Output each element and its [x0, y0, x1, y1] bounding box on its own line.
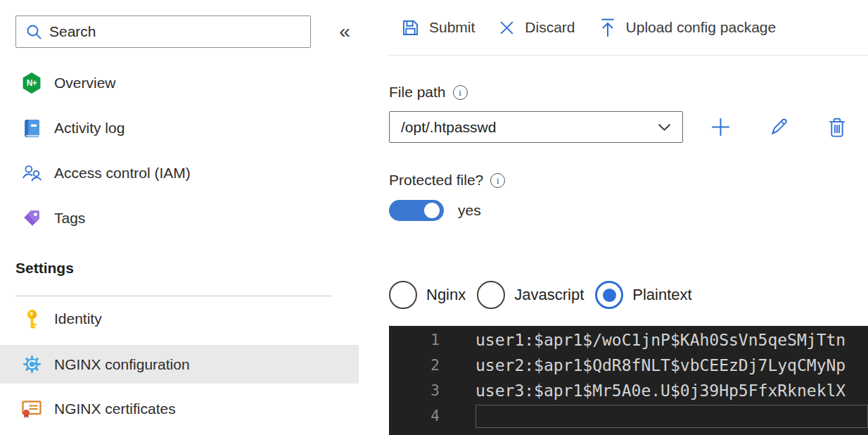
nginx-logo-icon: N+ [21, 72, 42, 94]
add-file-button[interactable] [708, 115, 733, 140]
nginx-configuration-panel: Submit Discard Upload config package Fil… [389, 0, 868, 435]
editor-line: 3 user3:$apr1$Mr5A0e.U$0j39Hp5FfxRkneklX [389, 378, 868, 403]
settings-section-header: Settings [0, 241, 359, 296]
file-path-actions [708, 115, 850, 140]
radio-circle [595, 281, 623, 309]
discard-button[interactable]: Discard [498, 19, 575, 37]
file-path-label-row: File path [389, 84, 468, 101]
radio-circle [477, 281, 505, 309]
command-bar: Submit Discard Upload config package [389, 0, 868, 56]
line-number: 3 [389, 382, 440, 399]
activity-log-icon [21, 118, 42, 139]
plus-icon [710, 116, 732, 138]
info-icon[interactable] [490, 173, 505, 188]
sidebar: « N+ Overview Activity log Access contro… [0, 0, 389, 435]
nginx-configuration-page: « N+ Overview Activity log Access contro… [0, 0, 868, 435]
sidebar-item-label: NGINX certificates [54, 401, 176, 417]
radio-nginx[interactable]: Nginx [389, 281, 466, 309]
editor-line: 2 user2:$apr1$QdR8fNLT$vbCEEzDj7LyqCMyNp [389, 353, 868, 378]
editor-cursor-box[interactable] [476, 405, 868, 428]
trash-icon [827, 117, 847, 138]
sidebar-item-label: Overview [54, 75, 116, 92]
search-input[interactable] [49, 23, 281, 40]
people-icon [21, 163, 42, 184]
sidebar-nav: N+ Overview Activity log Access control … [0, 61, 359, 431]
search-icon [26, 24, 42, 40]
code-line[interactable]: user1:$apr1$/woC1jnP$KAh0SsVn5qeSMjTtn [476, 331, 845, 349]
collapse-sidebar-button[interactable]: « [325, 17, 364, 46]
editor-line: 4 [389, 403, 868, 429]
line-number: 1 [389, 332, 440, 348]
sidebar-item-label: Activity log [54, 120, 125, 137]
sidebar-search-row: « [15, 15, 367, 48]
line-number: 4 [389, 408, 440, 424]
search-box[interactable] [15, 15, 311, 48]
save-icon [401, 18, 420, 37]
toggle-knob [424, 203, 440, 218]
sidebar-item-nginx-configuration[interactable]: NGINX configuration [0, 345, 359, 384]
pencil-icon [769, 117, 789, 137]
sidebar-item-identity[interactable]: Identity [0, 296, 359, 341]
upload-icon [599, 18, 617, 37]
protected-file-label-row: Protected file? [389, 172, 505, 189]
line-number: 2 [389, 357, 440, 374]
file-path-row: /opt/.htpasswd [389, 111, 850, 143]
tag-icon [21, 208, 42, 229]
radio-javascript[interactable]: Javascript [477, 281, 584, 309]
submit-button[interactable]: Submit [401, 18, 475, 37]
sidebar-item-label: Access control (IAM) [54, 165, 191, 182]
code-line[interactable]: user2:$apr1$QdR8fNLT$vbCEEzDj7LyqCMyNp [476, 356, 845, 374]
protected-file-label: Protected file? [389, 172, 483, 189]
protected-file-toggle[interactable] [389, 200, 444, 221]
toggle-state-label: yes [458, 202, 481, 219]
sidebar-item-label: Tags [54, 210, 85, 227]
upload-config-package-button[interactable]: Upload config package [599, 18, 777, 37]
key-icon [21, 308, 42, 329]
radio-plaintext[interactable]: Plaintext [595, 281, 691, 309]
sidebar-item-access-control[interactable]: Access control (IAM) [0, 151, 359, 196]
sidebar-item-overview[interactable]: N+ Overview [0, 61, 359, 106]
radio-circle [389, 281, 417, 309]
sidebar-item-nginx-certificates[interactable]: NGINX certificates [0, 386, 359, 431]
file-path-combobox[interactable]: /opt/.htpasswd [389, 111, 683, 143]
editor-line: 1 user1:$apr1$/woC1jnP$KAh0SsVn5qeSMjTtn [389, 327, 868, 353]
sidebar-item-activity-log[interactable]: Activity log [0, 106, 359, 151]
code-line[interactable]: user3:$apr1$Mr5A0e.U$0j39Hp5FfxRkneklX [476, 382, 845, 400]
config-code-editor[interactable]: 1 user1:$apr1$/woC1jnP$KAh0SsVn5qeSMjTtn… [389, 326, 868, 435]
file-path-label: File path [389, 84, 446, 101]
sidebar-item-label: NGINX configuration [54, 356, 190, 373]
delete-file-button[interactable] [824, 115, 850, 140]
info-icon[interactable] [453, 85, 468, 100]
gear-icon [21, 354, 42, 375]
certificate-icon [21, 398, 42, 420]
file-path-value: /opt/.htpasswd [401, 119, 658, 136]
sidebar-item-label: Identity [54, 310, 102, 327]
sidebar-item-tags[interactable]: Tags [0, 196, 359, 241]
chevron-down-icon [658, 123, 671, 132]
x-icon [498, 19, 516, 37]
protected-file-row: yes [389, 200, 481, 221]
format-radio-group: Nginx Javascript Plaintext [389, 280, 703, 310]
edit-file-button[interactable] [766, 115, 791, 140]
